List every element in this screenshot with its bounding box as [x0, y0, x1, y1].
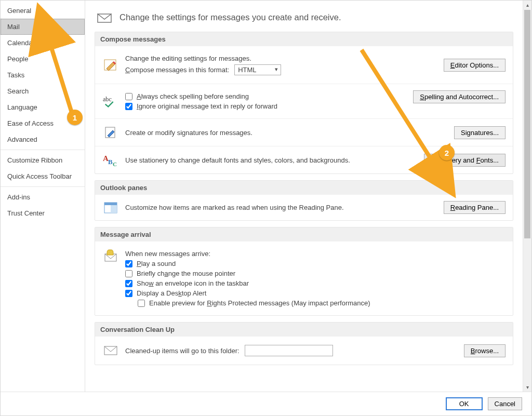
sidebar-item-label: Language	[7, 103, 37, 111]
svg-text:B: B	[108, 158, 113, 166]
sidebar-item-add-ins[interactable]: Add-ins	[1, 189, 85, 205]
browse-button[interactable]: Browse...	[464, 344, 506, 357]
scroll-up-arrow-icon[interactable]: ▴	[523, 1, 531, 9]
signatures-text: Create or modify signatures for messages…	[125, 129, 252, 137]
sidebar: General Mail Calendar People Tasks Searc…	[1, 1, 85, 392]
section-heading: Conversation Clean Up	[95, 323, 513, 337]
checkbox-label: Enable preview for Rights Protected mess…	[149, 299, 370, 307]
stationery-text: Use stationery to change default fonts a…	[125, 156, 350, 164]
sidebar-separator	[1, 186, 85, 187]
content: Change the settings for messages you cre…	[85, 1, 523, 392]
envelope-cleanup-icon	[102, 345, 119, 356]
panes-text: Customize how items are marked as read w…	[125, 204, 344, 211]
row-editor: Change the editing settings for messages…	[95, 46, 513, 84]
page-header: Change the settings for messages you cre…	[95, 6, 513, 32]
scroll-thumb[interactable]	[524, 10, 530, 238]
sidebar-item-label: People	[7, 55, 28, 63]
sidebar-item-label: Mail	[7, 23, 20, 31]
sidebar-item-calendar[interactable]: Calendar	[1, 35, 85, 51]
dialog-body: General Mail Calendar People Tasks Searc…	[1, 1, 531, 392]
envelope-icon	[97, 11, 112, 23]
vertical-scrollbar[interactable]: ▴ ▾	[523, 1, 531, 392]
section-cleanup: Conversation Clean Up Cleaned-up items w…	[95, 322, 513, 365]
sidebar-item-label: Tasks	[7, 71, 24, 79]
cancel-button[interactable]: Cancel	[488, 397, 522, 410]
stationery-abc-icon: ABC	[102, 153, 119, 167]
svg-rect-7	[104, 203, 117, 205]
sidebar-item-label: Advanced	[7, 136, 37, 143]
row-arrival: When new messages arrive: Play a sound B…	[95, 241, 513, 315]
sidebar-item-label: Ease of Access	[7, 119, 54, 127]
signatures-button[interactable]: Signatures...	[454, 126, 506, 139]
sidebar-item-label: Quick Access Toolbar	[7, 172, 72, 180]
checkbox-label: Ignore original message text in reply or…	[137, 102, 277, 110]
dialog-footer: OK Cancel	[1, 392, 531, 415]
arrival-intro: When new messages arrive:	[125, 250, 210, 258]
row-spelling: abc Always check spelling before sending…	[95, 84, 513, 118]
sidebar-item-label: Search	[7, 87, 29, 95]
sidebar-item-label: Customize Ribbon	[7, 156, 62, 164]
sidebar-item-label: Trust Center	[7, 209, 45, 217]
reading-pane-button[interactable]: Reading Pane...	[444, 201, 506, 214]
sidebar-item-search[interactable]: Search	[1, 83, 85, 99]
cleanup-folder-input[interactable]	[245, 345, 333, 356]
content-wrap: Change the settings for messages you cre…	[85, 1, 531, 392]
reading-pane-icon	[102, 202, 119, 214]
pencil-note-icon	[102, 57, 119, 73]
sidebar-item-people[interactable]: People	[1, 51, 85, 67]
desktop-alert-checkbox[interactable]: Display a Desktop Alert	[125, 289, 206, 297]
checkbox-label: Play a sound	[137, 260, 176, 267]
signature-icon	[102, 125, 119, 140]
section-panes: Outlook panes Customize how items are ma…	[95, 180, 513, 221]
section-arrival: Message arrival When new messages arrive…	[95, 227, 513, 316]
envelope-icon-checkbox[interactable]: Show an envelope icon in the taskbar	[125, 279, 249, 287]
svg-rect-8	[111, 205, 117, 213]
section-heading: Message arrival	[95, 227, 513, 241]
sidebar-item-label: Calendar	[7, 39, 35, 47]
scroll-down-arrow-icon[interactable]: ▾	[523, 383, 531, 392]
sidebar-item-label: Add-ins	[7, 193, 30, 201]
sidebar-item-advanced[interactable]: Advanced	[1, 131, 85, 147]
stationery-fonts-button[interactable]: Stationery and Fonts...	[424, 154, 506, 167]
checkbox-label: Show an envelope icon in the taskbar	[137, 279, 249, 287]
options-dialog: General Mail Calendar People Tasks Searc…	[0, 0, 532, 416]
checkbox-label: Display a Desktop Alert	[137, 289, 206, 297]
annotation-badge-2: 2	[439, 145, 455, 160]
spelling-autocorrect-button[interactable]: Spelling and Autocorrect...	[413, 90, 506, 103]
row-reading-pane: Customize how items are marked as read w…	[95, 195, 513, 220]
sidebar-item-quick-access-toolbar[interactable]: Quick Access Toolbar	[1, 168, 85, 184]
sidebar-item-trust-center[interactable]: Trust Center	[1, 205, 85, 221]
sidebar-item-mail[interactable]: Mail	[1, 19, 85, 35]
cleanup-text: Cleaned-up items will go to this folder:	[125, 347, 240, 355]
sidebar-separator	[1, 150, 85, 150]
annotation-badge-1: 1	[67, 110, 83, 125]
bell-envelope-icon	[102, 248, 119, 263]
svg-text:C: C	[113, 161, 117, 167]
compose-format-value: HTML	[238, 66, 256, 74]
sidebar-item-customize-ribbon[interactable]: Customize Ribbon	[1, 152, 85, 168]
checkbox-label: Briefly change the mouse pointer	[137, 270, 235, 277]
compose-editing-text: Change the editing settings for messages…	[125, 55, 251, 62]
page-title: Change the settings for messages you cre…	[119, 12, 341, 22]
row-cleanup: Cleaned-up items will go to this folder:…	[95, 337, 513, 365]
sidebar-item-label: General	[7, 7, 31, 15]
rights-preview-checkbox[interactable]: Enable preview for Rights Protected mess…	[138, 299, 370, 307]
section-heading: Outlook panes	[95, 181, 513, 195]
compose-format-label: Compose messages in this format:	[125, 66, 229, 74]
ignore-original-checkbox[interactable]: Ignore original message text in reply or…	[125, 102, 277, 110]
row-signatures: Create or modify signatures for messages…	[95, 118, 513, 146]
editor-options-button[interactable]: Editor Options...	[444, 59, 506, 72]
abc-check-icon: abc	[102, 94, 119, 109]
sidebar-item-tasks[interactable]: Tasks	[1, 67, 85, 83]
ok-button[interactable]: OK	[446, 397, 483, 410]
section-heading: Compose messages	[95, 32, 513, 46]
mouse-pointer-checkbox[interactable]: Briefly change the mouse pointer	[125, 270, 235, 277]
sidebar-item-general[interactable]: General	[1, 3, 85, 19]
always-spellcheck-checkbox[interactable]: Always check spelling before sending	[125, 92, 249, 100]
checkbox-label: Always check spelling before sending	[137, 92, 249, 100]
play-sound-checkbox[interactable]: Play a sound	[125, 260, 176, 267]
compose-format-select[interactable]: HTML	[234, 64, 281, 75]
svg-text:abc: abc	[103, 96, 112, 103]
